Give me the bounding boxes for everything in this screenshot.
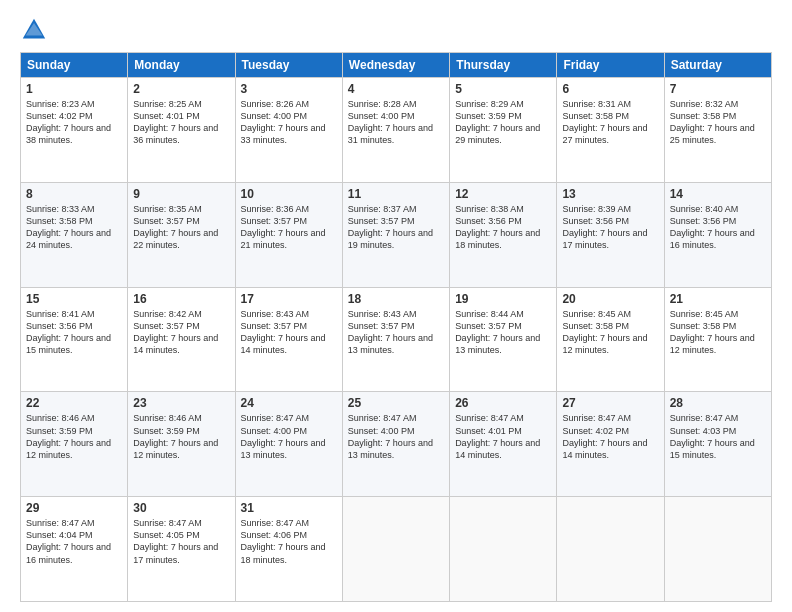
day-number: 27	[562, 396, 658, 410]
day-cell: 3Sunrise: 8:26 AMSunset: 4:00 PMDaylight…	[235, 78, 342, 183]
day-info: Sunrise: 8:29 AMSunset: 3:59 PMDaylight:…	[455, 98, 551, 147]
logo	[20, 16, 52, 44]
day-info: Sunrise: 8:28 AMSunset: 4:00 PMDaylight:…	[348, 98, 444, 147]
day-number: 5	[455, 82, 551, 96]
day-info: Sunrise: 8:31 AMSunset: 3:58 PMDaylight:…	[562, 98, 658, 147]
day-cell: 15Sunrise: 8:41 AMSunset: 3:56 PMDayligh…	[21, 287, 128, 392]
day-info: Sunrise: 8:47 AMSunset: 4:03 PMDaylight:…	[670, 412, 766, 461]
day-cell	[450, 497, 557, 602]
page: SundayMondayTuesdayWednesdayThursdayFrid…	[0, 0, 792, 612]
day-info: Sunrise: 8:26 AMSunset: 4:00 PMDaylight:…	[241, 98, 337, 147]
week-row-5: 29Sunrise: 8:47 AMSunset: 4:04 PMDayligh…	[21, 497, 772, 602]
day-cell: 29Sunrise: 8:47 AMSunset: 4:04 PMDayligh…	[21, 497, 128, 602]
day-cell: 12Sunrise: 8:38 AMSunset: 3:56 PMDayligh…	[450, 182, 557, 287]
day-number: 10	[241, 187, 337, 201]
day-number: 7	[670, 82, 766, 96]
day-number: 16	[133, 292, 229, 306]
calendar-body: 1Sunrise: 8:23 AMSunset: 4:02 PMDaylight…	[21, 78, 772, 602]
day-cell: 10Sunrise: 8:36 AMSunset: 3:57 PMDayligh…	[235, 182, 342, 287]
col-header-friday: Friday	[557, 53, 664, 78]
col-header-monday: Monday	[128, 53, 235, 78]
day-info: Sunrise: 8:35 AMSunset: 3:57 PMDaylight:…	[133, 203, 229, 252]
day-cell: 31Sunrise: 8:47 AMSunset: 4:06 PMDayligh…	[235, 497, 342, 602]
day-number: 18	[348, 292, 444, 306]
day-number: 22	[26, 396, 122, 410]
day-info: Sunrise: 8:47 AMSunset: 4:04 PMDaylight:…	[26, 517, 122, 566]
week-row-3: 15Sunrise: 8:41 AMSunset: 3:56 PMDayligh…	[21, 287, 772, 392]
day-info: Sunrise: 8:47 AMSunset: 4:01 PMDaylight:…	[455, 412, 551, 461]
day-number: 8	[26, 187, 122, 201]
day-cell: 16Sunrise: 8:42 AMSunset: 3:57 PMDayligh…	[128, 287, 235, 392]
day-info: Sunrise: 8:33 AMSunset: 3:58 PMDaylight:…	[26, 203, 122, 252]
day-info: Sunrise: 8:23 AMSunset: 4:02 PMDaylight:…	[26, 98, 122, 147]
day-number: 3	[241, 82, 337, 96]
day-info: Sunrise: 8:47 AMSunset: 4:00 PMDaylight:…	[241, 412, 337, 461]
day-info: Sunrise: 8:47 AMSunset: 4:02 PMDaylight:…	[562, 412, 658, 461]
day-cell: 2Sunrise: 8:25 AMSunset: 4:01 PMDaylight…	[128, 78, 235, 183]
col-header-saturday: Saturday	[664, 53, 771, 78]
day-cell: 9Sunrise: 8:35 AMSunset: 3:57 PMDaylight…	[128, 182, 235, 287]
col-header-sunday: Sunday	[21, 53, 128, 78]
day-cell: 13Sunrise: 8:39 AMSunset: 3:56 PMDayligh…	[557, 182, 664, 287]
day-number: 30	[133, 501, 229, 515]
day-info: Sunrise: 8:36 AMSunset: 3:57 PMDaylight:…	[241, 203, 337, 252]
day-cell: 26Sunrise: 8:47 AMSunset: 4:01 PMDayligh…	[450, 392, 557, 497]
day-number: 6	[562, 82, 658, 96]
week-row-4: 22Sunrise: 8:46 AMSunset: 3:59 PMDayligh…	[21, 392, 772, 497]
day-info: Sunrise: 8:42 AMSunset: 3:57 PMDaylight:…	[133, 308, 229, 357]
day-number: 9	[133, 187, 229, 201]
day-info: Sunrise: 8:40 AMSunset: 3:56 PMDaylight:…	[670, 203, 766, 252]
day-info: Sunrise: 8:46 AMSunset: 3:59 PMDaylight:…	[26, 412, 122, 461]
column-headers-row: SundayMondayTuesdayWednesdayThursdayFrid…	[21, 53, 772, 78]
day-number: 4	[348, 82, 444, 96]
day-cell: 7Sunrise: 8:32 AMSunset: 3:58 PMDaylight…	[664, 78, 771, 183]
day-number: 31	[241, 501, 337, 515]
week-row-2: 8Sunrise: 8:33 AMSunset: 3:58 PMDaylight…	[21, 182, 772, 287]
day-cell: 14Sunrise: 8:40 AMSunset: 3:56 PMDayligh…	[664, 182, 771, 287]
day-number: 21	[670, 292, 766, 306]
day-number: 25	[348, 396, 444, 410]
day-cell: 6Sunrise: 8:31 AMSunset: 3:58 PMDaylight…	[557, 78, 664, 183]
day-info: Sunrise: 8:41 AMSunset: 3:56 PMDaylight:…	[26, 308, 122, 357]
logo-icon	[20, 16, 48, 44]
header	[20, 16, 772, 44]
day-cell: 30Sunrise: 8:47 AMSunset: 4:05 PMDayligh…	[128, 497, 235, 602]
day-number: 13	[562, 187, 658, 201]
day-cell: 11Sunrise: 8:37 AMSunset: 3:57 PMDayligh…	[342, 182, 449, 287]
day-cell: 24Sunrise: 8:47 AMSunset: 4:00 PMDayligh…	[235, 392, 342, 497]
day-cell: 20Sunrise: 8:45 AMSunset: 3:58 PMDayligh…	[557, 287, 664, 392]
day-info: Sunrise: 8:43 AMSunset: 3:57 PMDaylight:…	[241, 308, 337, 357]
week-row-1: 1Sunrise: 8:23 AMSunset: 4:02 PMDaylight…	[21, 78, 772, 183]
day-info: Sunrise: 8:38 AMSunset: 3:56 PMDaylight:…	[455, 203, 551, 252]
day-number: 28	[670, 396, 766, 410]
day-info: Sunrise: 8:45 AMSunset: 3:58 PMDaylight:…	[562, 308, 658, 357]
day-info: Sunrise: 8:44 AMSunset: 3:57 PMDaylight:…	[455, 308, 551, 357]
col-header-tuesday: Tuesday	[235, 53, 342, 78]
day-number: 19	[455, 292, 551, 306]
day-number: 14	[670, 187, 766, 201]
day-info: Sunrise: 8:47 AMSunset: 4:05 PMDaylight:…	[133, 517, 229, 566]
col-header-thursday: Thursday	[450, 53, 557, 78]
day-cell	[342, 497, 449, 602]
day-cell	[557, 497, 664, 602]
day-info: Sunrise: 8:25 AMSunset: 4:01 PMDaylight:…	[133, 98, 229, 147]
day-cell: 5Sunrise: 8:29 AMSunset: 3:59 PMDaylight…	[450, 78, 557, 183]
day-cell: 4Sunrise: 8:28 AMSunset: 4:00 PMDaylight…	[342, 78, 449, 183]
day-cell: 23Sunrise: 8:46 AMSunset: 3:59 PMDayligh…	[128, 392, 235, 497]
day-info: Sunrise: 8:45 AMSunset: 3:58 PMDaylight:…	[670, 308, 766, 357]
day-cell: 17Sunrise: 8:43 AMSunset: 3:57 PMDayligh…	[235, 287, 342, 392]
day-cell: 8Sunrise: 8:33 AMSunset: 3:58 PMDaylight…	[21, 182, 128, 287]
day-number: 24	[241, 396, 337, 410]
day-cell	[664, 497, 771, 602]
day-info: Sunrise: 8:32 AMSunset: 3:58 PMDaylight:…	[670, 98, 766, 147]
day-number: 29	[26, 501, 122, 515]
day-cell: 18Sunrise: 8:43 AMSunset: 3:57 PMDayligh…	[342, 287, 449, 392]
day-info: Sunrise: 8:47 AMSunset: 4:00 PMDaylight:…	[348, 412, 444, 461]
day-info: Sunrise: 8:47 AMSunset: 4:06 PMDaylight:…	[241, 517, 337, 566]
day-cell: 25Sunrise: 8:47 AMSunset: 4:00 PMDayligh…	[342, 392, 449, 497]
day-number: 1	[26, 82, 122, 96]
day-number: 15	[26, 292, 122, 306]
day-cell: 28Sunrise: 8:47 AMSunset: 4:03 PMDayligh…	[664, 392, 771, 497]
day-info: Sunrise: 8:43 AMSunset: 3:57 PMDaylight:…	[348, 308, 444, 357]
day-number: 20	[562, 292, 658, 306]
